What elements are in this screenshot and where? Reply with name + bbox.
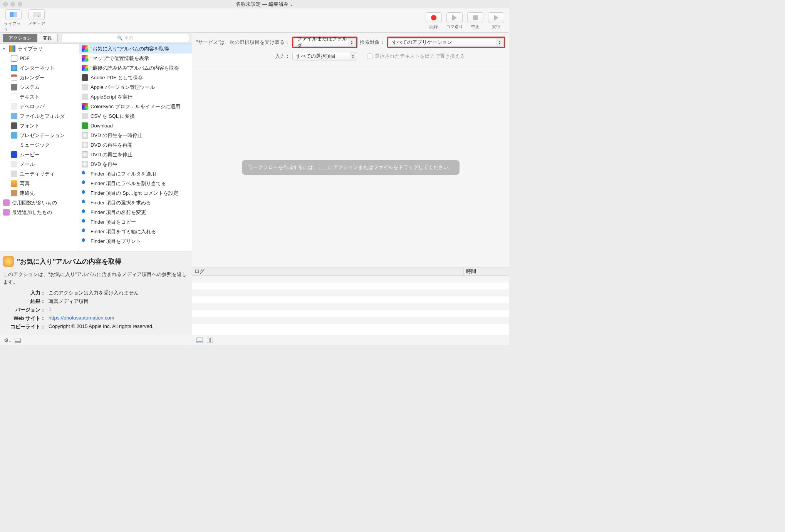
category-item[interactable]: ファイルとフォルダ [0, 111, 79, 121]
action-item[interactable]: Finder 項目をゴミ箱に入れる [79, 227, 192, 236]
action-item[interactable]: ColorSync プロフ…ルをイメージに適用 [79, 102, 192, 111]
right-footer [192, 335, 509, 345]
highlight-box: すべてのアプリケーション ▴▾ [387, 37, 505, 48]
info-title: "お気に入り"アルバムの内容を取得 [17, 257, 121, 266]
gear-icon[interactable]: ⚙︎⌵ [4, 337, 11, 343]
category-item[interactable]: システム [0, 82, 79, 92]
info-website-link[interactable]: https://photosautomation.com [49, 315, 114, 321]
action-item[interactable]: Finder 項目の名前を変更 [79, 207, 192, 217]
category-item[interactable]: 連絡先 [0, 188, 79, 198]
action-item[interactable]: DVD の再生を停止 [79, 150, 192, 159]
action-item[interactable]: Apple バージョン管理ツール [79, 82, 192, 92]
search-in-select[interactable]: すべてのアプリケーション ▴▾ [389, 38, 504, 47]
run-button[interactable]: 実行 [487, 12, 505, 30]
action-item[interactable]: DVD の再生を再開 [79, 140, 192, 150]
category-item[interactable]: ムービー [0, 150, 79, 159]
view-list-icon[interactable] [196, 338, 203, 343]
library-icon [10, 12, 17, 17]
action-item[interactable]: DVD の再生を一時停止 [79, 130, 192, 140]
category-item[interactable]: ユーティリティ [0, 169, 79, 179]
library-toggle-button[interactable]: ライブラリ [4, 9, 23, 32]
category-item[interactable]: プレゼンテーション [0, 130, 79, 140]
tab-variables[interactable]: 変数 [37, 34, 58, 42]
toggle-description-icon[interactable] [15, 338, 21, 343]
action-item[interactable]: DVD を再生 [79, 159, 192, 169]
action-item[interactable]: Download [79, 121, 192, 130]
chevron-updown-icon: ▴▾ [349, 38, 355, 46]
workflow-canvas[interactable]: ワークフローを作成するには、ここにアクションまたはファイルをドラッグしてください… [192, 67, 509, 268]
log-panel: ログ 時間 [192, 268, 509, 335]
input-select[interactable]: すべての選択項目 ▴▾ [292, 52, 357, 60]
record-button[interactable]: 記録 [424, 12, 443, 30]
category-item[interactable]: テキスト [0, 92, 79, 102]
search-in-label: 検索対象： [360, 39, 385, 46]
info-description: このアクションは、"お気に入り"アルバムに含まれるメディア項目への参照を返します… [3, 271, 189, 286]
smart-folder-item[interactable]: 使用回数が多いもの [0, 198, 79, 207]
category-item[interactable]: ミュージック [0, 140, 79, 150]
media-button[interactable]: メディア [27, 9, 46, 32]
left-footer: ⚙︎⌵ [0, 335, 192, 345]
category-item[interactable]: 写真 [0, 179, 79, 188]
category-item[interactable]: PDF [0, 54, 79, 63]
chevron-down-icon: ⌄ [290, 2, 293, 7]
action-item[interactable]: "お気に入り"アルバムの内容を取得 [79, 44, 192, 54]
action-list[interactable]: "お気に入り"アルバムの内容を取得"マップ"で位置情報を表示"最後の読み込み"ア… [79, 44, 192, 251]
view-columns-icon[interactable] [207, 338, 214, 343]
library-root[interactable]: ▼ライブラリ [0, 44, 79, 54]
toolbar: ライブラリ メディア 記録 コマ送り 中止 実行 [0, 8, 509, 33]
drop-hint: ワークフローを作成するには、ここにアクションまたはファイルをドラッグしてください… [242, 160, 460, 175]
log-column-header[interactable]: ログ [192, 268, 464, 275]
titlebar: 名称未設定 — 編集済み ⌄ [0, 0, 509, 8]
category-item[interactable]: カレンダー [0, 73, 79, 82]
action-item[interactable]: "マップ"で位置情報を表示 [79, 54, 192, 63]
category-item[interactable]: メール [0, 159, 79, 169]
action-info-panel: "お気に入り"アルバムの内容を取得 このアクションは、"お気に入り"アルバムに含… [0, 251, 192, 335]
category-list[interactable]: ▼ライブラリPDFインターネットカレンダーシステムテキストデベロッパファイルとフ… [0, 44, 79, 251]
record-icon [431, 15, 436, 20]
action-item[interactable]: "最後の読み込み"アルバムの内容を取得 [79, 63, 192, 73]
window-title[interactable]: 名称未設定 — 編集済み ⌄ [22, 1, 506, 8]
log-body [192, 276, 509, 335]
service-receives-label: "サービス"は、次の選択項目を受け取る： [196, 39, 290, 46]
highlight-box: ファイルまたはフォルダ ▴▾ [292, 37, 357, 48]
replace-label: 選択されたテキストを出力で置き換える [375, 53, 465, 60]
step-icon [452, 15, 457, 21]
smart-folder-item[interactable]: 最近追加したもの [0, 207, 79, 217]
step-button[interactable]: コマ送り [445, 12, 464, 30]
media-icon [33, 12, 40, 17]
category-item[interactable]: インターネット [0, 63, 79, 73]
action-item[interactable]: Finder 項目の Sp…ight コメントを設定 [79, 188, 192, 198]
action-item[interactable]: Finder 項目にフィルタを適用 [79, 169, 192, 179]
library-tabs: アクション 変数 [3, 34, 58, 42]
chevron-updown-icon: ▴▾ [350, 52, 356, 60]
action-item[interactable]: Finder 項目の選択を求める [79, 198, 192, 207]
action-item[interactable]: CSV を SQL に変換 [79, 111, 192, 121]
action-item[interactable]: Adobe PDF として保存 [79, 73, 192, 82]
search-icon: 🔍 [117, 35, 123, 41]
stop-button[interactable]: 中止 [466, 12, 485, 30]
search-input[interactable]: 🔍 名前 [62, 34, 189, 42]
zoom-icon[interactable] [18, 2, 22, 7]
tab-actions[interactable]: アクション [3, 34, 37, 42]
disclosure-triangle-icon[interactable]: ▼ [2, 47, 6, 51]
action-item[interactable]: AppleScript を実行 [79, 92, 192, 102]
close-icon[interactable] [3, 2, 8, 7]
action-item[interactable]: Finder 項目をプリント [79, 236, 192, 246]
replace-checkbox[interactable] [367, 54, 372, 59]
photos-icon [3, 256, 14, 267]
chevron-updown-icon: ▴▾ [496, 38, 503, 46]
window-controls[interactable] [3, 2, 22, 7]
service-receives-select[interactable]: ファイルまたはフォルダ ▴▾ [294, 38, 356, 47]
category-item[interactable]: フォント [0, 121, 79, 130]
action-item[interactable]: Finder 項目にラベルを割り当てる [79, 179, 192, 188]
category-item[interactable]: デベロッパ [0, 102, 79, 111]
stop-icon [473, 15, 478, 20]
action-item[interactable]: Finder 項目をコピー [79, 217, 192, 227]
play-icon [494, 15, 498, 21]
service-config: "サービス"は、次の選択項目を受け取る： ファイルまたはフォルダ ▴▾ 検索対象… [192, 33, 509, 67]
time-column-header[interactable]: 時間 [464, 268, 509, 275]
minimize-icon[interactable] [10, 2, 15, 7]
input-label: 入力： [275, 53, 290, 60]
